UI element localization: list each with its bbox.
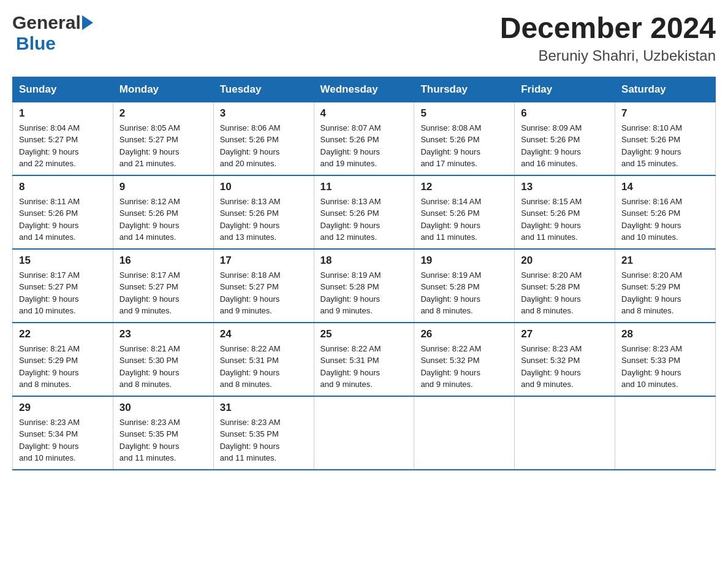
day-info: Sunrise: 8:19 AMSunset: 5:28 PMDaylight:… bbox=[420, 270, 481, 316]
day-number: 29 bbox=[19, 402, 107, 414]
day-info: Sunrise: 8:11 AMSunset: 5:26 PMDaylight:… bbox=[19, 197, 80, 242]
table-row: 10 Sunrise: 8:13 AMSunset: 5:26 PMDaylig… bbox=[213, 175, 314, 249]
table-row: 16 Sunrise: 8:17 AMSunset: 5:27 PMDaylig… bbox=[113, 249, 213, 323]
day-info: Sunrise: 8:22 AMSunset: 5:31 PMDaylight:… bbox=[220, 344, 281, 389]
table-row: 17 Sunrise: 8:18 AMSunset: 5:27 PMDaylig… bbox=[213, 249, 314, 323]
day-number: 21 bbox=[621, 255, 709, 267]
logo-general-text: General bbox=[12, 12, 81, 33]
table-row: 9 Sunrise: 8:12 AMSunset: 5:26 PMDayligh… bbox=[113, 175, 213, 249]
day-number: 14 bbox=[621, 181, 709, 193]
day-info: Sunrise: 8:23 AMSunset: 5:33 PMDaylight:… bbox=[621, 344, 682, 389]
day-info: Sunrise: 8:16 AMSunset: 5:26 PMDaylight:… bbox=[621, 197, 682, 242]
col-tuesday: Tuesday bbox=[213, 77, 314, 102]
day-info: Sunrise: 8:17 AMSunset: 5:27 PMDaylight:… bbox=[119, 270, 180, 316]
table-row bbox=[515, 396, 615, 470]
day-number: 20 bbox=[521, 255, 609, 267]
logo: General Blue bbox=[12, 12, 93, 54]
day-info: Sunrise: 8:13 AMSunset: 5:26 PMDaylight:… bbox=[220, 197, 281, 242]
day-number: 19 bbox=[420, 255, 508, 267]
table-row: 18 Sunrise: 8:19 AMSunset: 5:28 PMDaylig… bbox=[314, 249, 414, 323]
day-number: 25 bbox=[320, 328, 408, 340]
day-info: Sunrise: 8:17 AMSunset: 5:27 PMDaylight:… bbox=[19, 270, 80, 316]
table-row: 4 Sunrise: 8:07 AMSunset: 5:26 PMDayligh… bbox=[314, 102, 414, 175]
day-number: 2 bbox=[119, 107, 207, 120]
day-info: Sunrise: 8:05 AMSunset: 5:27 PMDaylight:… bbox=[119, 123, 180, 169]
day-info: Sunrise: 8:08 AMSunset: 5:26 PMDaylight:… bbox=[420, 123, 481, 169]
day-number: 15 bbox=[19, 255, 107, 267]
logo-blue-text: Blue bbox=[16, 33, 56, 53]
table-row: 14 Sunrise: 8:16 AMSunset: 5:26 PMDaylig… bbox=[615, 175, 716, 249]
day-info: Sunrise: 8:12 AMSunset: 5:26 PMDaylight:… bbox=[119, 197, 180, 242]
page-header: General Blue December 2024 Beruniy Shahr… bbox=[12, 12, 716, 64]
day-number: 16 bbox=[119, 255, 207, 267]
day-number: 9 bbox=[119, 181, 207, 193]
col-saturday: Saturday bbox=[615, 77, 716, 102]
table-row: 23 Sunrise: 8:21 AMSunset: 5:30 PMDaylig… bbox=[113, 323, 213, 396]
day-number: 10 bbox=[220, 181, 308, 193]
day-number: 5 bbox=[420, 107, 508, 120]
day-number: 26 bbox=[420, 328, 508, 340]
day-info: Sunrise: 8:06 AMSunset: 5:26 PMDaylight:… bbox=[220, 123, 281, 169]
table-row: 27 Sunrise: 8:23 AMSunset: 5:32 PMDaylig… bbox=[515, 323, 615, 396]
day-number: 27 bbox=[521, 328, 609, 340]
table-row: 28 Sunrise: 8:23 AMSunset: 5:33 PMDaylig… bbox=[615, 323, 716, 396]
table-row bbox=[414, 396, 515, 470]
day-info: Sunrise: 8:10 AMSunset: 5:26 PMDaylight:… bbox=[621, 123, 682, 169]
logo-arrow-icon bbox=[82, 15, 93, 30]
table-row: 12 Sunrise: 8:14 AMSunset: 5:26 PMDaylig… bbox=[414, 175, 515, 249]
table-row: 19 Sunrise: 8:19 AMSunset: 5:28 PMDaylig… bbox=[414, 249, 515, 323]
title-block: December 2024 Beruniy Shahri, Uzbekistan bbox=[500, 12, 716, 64]
day-number: 12 bbox=[420, 181, 508, 193]
day-info: Sunrise: 8:13 AMSunset: 5:26 PMDaylight:… bbox=[320, 197, 381, 242]
col-wednesday: Wednesday bbox=[314, 77, 414, 102]
table-row: 30 Sunrise: 8:23 AMSunset: 5:35 PMDaylig… bbox=[113, 396, 213, 470]
day-number: 23 bbox=[119, 328, 207, 340]
day-info: Sunrise: 8:21 AMSunset: 5:30 PMDaylight:… bbox=[119, 344, 180, 389]
day-number: 24 bbox=[220, 328, 308, 340]
calendar-week-row: 8 Sunrise: 8:11 AMSunset: 5:26 PMDayligh… bbox=[13, 175, 716, 249]
table-row: 1 Sunrise: 8:04 AMSunset: 5:27 PMDayligh… bbox=[13, 102, 113, 175]
day-info: Sunrise: 8:04 AMSunset: 5:27 PMDaylight:… bbox=[19, 123, 80, 169]
calendar-week-row: 22 Sunrise: 8:21 AMSunset: 5:29 PMDaylig… bbox=[13, 323, 716, 396]
table-row: 20 Sunrise: 8:20 AMSunset: 5:28 PMDaylig… bbox=[515, 249, 615, 323]
day-number: 8 bbox=[19, 181, 107, 193]
day-info: Sunrise: 8:23 AMSunset: 5:32 PMDaylight:… bbox=[521, 344, 582, 389]
day-number: 6 bbox=[521, 107, 609, 120]
day-info: Sunrise: 8:18 AMSunset: 5:27 PMDaylight:… bbox=[220, 270, 281, 316]
calendar-week-row: 1 Sunrise: 8:04 AMSunset: 5:27 PMDayligh… bbox=[13, 102, 716, 175]
day-number: 28 bbox=[621, 328, 709, 340]
day-number: 18 bbox=[320, 255, 408, 267]
table-row: 3 Sunrise: 8:06 AMSunset: 5:26 PMDayligh… bbox=[213, 102, 314, 175]
col-sunday: Sunday bbox=[13, 77, 113, 102]
day-info: Sunrise: 8:22 AMSunset: 5:31 PMDaylight:… bbox=[320, 344, 381, 389]
table-row: 22 Sunrise: 8:21 AMSunset: 5:29 PMDaylig… bbox=[13, 323, 113, 396]
day-number: 22 bbox=[19, 328, 107, 340]
day-info: Sunrise: 8:23 AMSunset: 5:35 PMDaylight:… bbox=[220, 418, 281, 463]
table-row: 31 Sunrise: 8:23 AMSunset: 5:35 PMDaylig… bbox=[213, 396, 314, 470]
col-thursday: Thursday bbox=[414, 77, 515, 102]
table-row: 2 Sunrise: 8:05 AMSunset: 5:27 PMDayligh… bbox=[113, 102, 213, 175]
table-row: 15 Sunrise: 8:17 AMSunset: 5:27 PMDaylig… bbox=[13, 249, 113, 323]
calendar-header-row: Sunday Monday Tuesday Wednesday Thursday… bbox=[13, 77, 716, 102]
col-friday: Friday bbox=[515, 77, 615, 102]
table-row: 13 Sunrise: 8:15 AMSunset: 5:26 PMDaylig… bbox=[515, 175, 615, 249]
day-info: Sunrise: 8:20 AMSunset: 5:28 PMDaylight:… bbox=[521, 270, 582, 316]
table-row: 24 Sunrise: 8:22 AMSunset: 5:31 PMDaylig… bbox=[213, 323, 314, 396]
day-info: Sunrise: 8:20 AMSunset: 5:29 PMDaylight:… bbox=[621, 270, 682, 316]
table-row: 11 Sunrise: 8:13 AMSunset: 5:26 PMDaylig… bbox=[314, 175, 414, 249]
col-monday: Monday bbox=[113, 77, 213, 102]
day-info: Sunrise: 8:23 AMSunset: 5:34 PMDaylight:… bbox=[19, 418, 80, 463]
calendar-week-row: 15 Sunrise: 8:17 AMSunset: 5:27 PMDaylig… bbox=[13, 249, 716, 323]
table-row bbox=[314, 396, 414, 470]
day-number: 17 bbox=[220, 255, 308, 267]
day-info: Sunrise: 8:14 AMSunset: 5:26 PMDaylight:… bbox=[420, 197, 481, 242]
day-number: 1 bbox=[19, 107, 107, 120]
day-number: 30 bbox=[119, 402, 207, 414]
table-row: 7 Sunrise: 8:10 AMSunset: 5:26 PMDayligh… bbox=[615, 102, 716, 175]
day-number: 3 bbox=[220, 107, 308, 120]
month-title: December 2024 bbox=[500, 12, 716, 45]
table-row: 21 Sunrise: 8:20 AMSunset: 5:29 PMDaylig… bbox=[615, 249, 716, 323]
table-row: 6 Sunrise: 8:09 AMSunset: 5:26 PMDayligh… bbox=[515, 102, 615, 175]
day-number: 7 bbox=[621, 107, 709, 120]
table-row: 25 Sunrise: 8:22 AMSunset: 5:31 PMDaylig… bbox=[314, 323, 414, 396]
